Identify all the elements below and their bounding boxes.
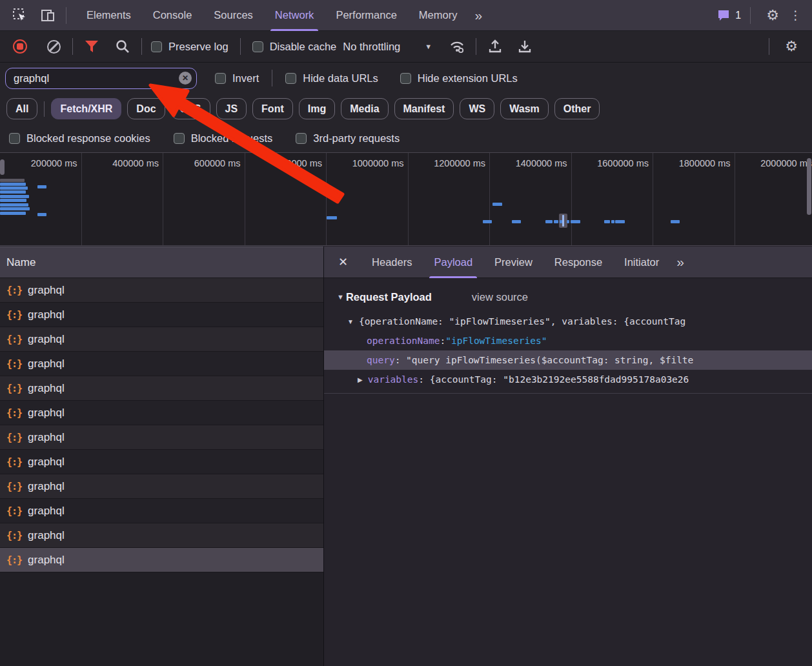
name-column-header[interactable]: Name	[0, 247, 323, 278]
kebab-menu-icon[interactable]: ⋮	[786, 8, 812, 23]
resource-chip-js[interactable]: JS	[216, 98, 247, 119]
network-conditions-icon[interactable]	[447, 37, 467, 56]
resource-chip-font[interactable]: Font	[252, 98, 293, 119]
disable-cache-label: Disable cache	[270, 41, 337, 53]
filter-input[interactable]	[6, 72, 196, 85]
settings-gear-icon[interactable]: ⚙	[760, 7, 786, 24]
clear-network-log-button[interactable]	[44, 37, 63, 56]
timeline-request-bar	[37, 213, 46, 216]
request-row[interactable]: {:}graphql	[0, 450, 323, 474]
expanded-triangle-icon[interactable]: ▼	[347, 318, 354, 325]
payload-line[interactable]: ▼{operationName: "ipFlowTimeseries", var…	[324, 312, 812, 331]
payload-line[interactable]: query: "query ipFlowTimeseries($accountT…	[324, 350, 812, 370]
hide-data-urls-label: Hide data URLs	[303, 72, 378, 85]
request-row[interactable]: {:}graphql	[0, 376, 323, 401]
request-row[interactable]: {:}graphql	[0, 474, 323, 499]
request-row[interactable]: {:}graphql	[0, 278, 323, 303]
details-tab-preview[interactable]: Preview	[483, 247, 543, 278]
checkbox[interactable]	[174, 133, 185, 144]
view-source-link[interactable]: view source	[472, 291, 528, 303]
divider	[750, 7, 751, 24]
request-row[interactable]: {:}graphql	[0, 303, 323, 327]
timeline-marker-tick	[562, 215, 564, 227]
filter-funnel-icon[interactable]	[82, 37, 101, 56]
timeline-column: 1800000 ms	[653, 153, 735, 246]
request-name: graphql	[28, 480, 65, 493]
tab-elements[interactable]: Elements	[76, 0, 142, 31]
preserve-log-label: Preserve log	[168, 41, 228, 53]
timeline-column: 1400000 ms	[490, 153, 572, 246]
payload-segment: "ipFlowTimeseries"	[445, 336, 547, 346]
tab-memory[interactable]: Memory	[408, 0, 469, 31]
network-overview-timeline[interactable]: 200000 ms400000 ms600000 ms800000 ms1000…	[0, 152, 812, 246]
resource-chip-manifest[interactable]: Manifest	[394, 98, 454, 119]
resource-chip-doc[interactable]: Doc	[127, 98, 165, 119]
resource-chip-fetchxhr[interactable]: Fetch/XHR	[51, 98, 121, 119]
resource-chip-media[interactable]: Media	[341, 98, 388, 119]
disable-cache-checkbox[interactable]	[252, 41, 263, 52]
record-network-log-button[interactable]	[10, 37, 30, 56]
details-tab-payload[interactable]: Payload	[423, 247, 483, 278]
network-bottom-split: Name {:}graphql{:}graphql{:}graphql{:}gr…	[0, 247, 812, 666]
payload-line[interactable]: operationName: "ipFlowTimeseries"	[324, 331, 812, 350]
resource-chip-img[interactable]: Img	[299, 98, 335, 119]
timeline-request-bar	[483, 220, 492, 223]
timeline-scroll-thumb-right[interactable]	[807, 158, 811, 215]
preserve-log-checkbox[interactable]	[151, 41, 162, 52]
resource-chip-all[interactable]: All	[6, 98, 37, 119]
hide-data-urls-checkbox[interactable]	[285, 73, 296, 84]
resource-chip-other[interactable]: Other	[554, 98, 600, 119]
export-har-icon[interactable]	[515, 37, 534, 56]
close-details-icon[interactable]: ✕	[324, 255, 361, 269]
resource-chip-wasm[interactable]: Wasm	[500, 98, 549, 119]
issues-button[interactable]: 1	[716, 8, 741, 23]
tab-console[interactable]: Console	[142, 0, 203, 31]
more-tabs-icon[interactable]: »	[468, 8, 487, 23]
payload-line[interactable]: ▶variables: {accountTag: "b12e3b2192ee55…	[324, 370, 812, 389]
timeline-tick-label: 1400000 ms	[516, 158, 567, 168]
inspect-element-icon[interactable]	[12, 7, 28, 24]
fetch-xhr-icon: {:}	[6, 285, 22, 296]
tab-sources[interactable]: Sources	[203, 0, 264, 31]
fetch-xhr-icon: {:}	[6, 407, 22, 419]
request-row[interactable]: {:}graphql	[0, 548, 323, 572]
search-icon[interactable]	[113, 37, 132, 56]
timeline-tick-label: 400000 ms	[112, 158, 159, 168]
import-har-icon[interactable]	[485, 37, 505, 56]
divider	[141, 38, 142, 55]
fetch-xhr-icon: {:}	[6, 309, 22, 321]
request-name: graphql	[28, 358, 65, 370]
tab-network[interactable]: Network	[264, 0, 325, 31]
request-name: graphql	[28, 407, 65, 419]
collapse-triangle-icon[interactable]: ▼	[337, 293, 344, 301]
request-row[interactable]: {:}graphql	[0, 327, 323, 352]
hide-extension-urls-checkbox[interactable]	[400, 73, 411, 84]
more-details-tabs-icon[interactable]: »	[670, 254, 689, 270]
network-settings-gear-icon[interactable]: ⚙	[778, 38, 804, 55]
timeline-tick-label: 1000000 ms	[352, 158, 404, 168]
resource-chip-ws[interactable]: WS	[460, 98, 494, 119]
device-toolbar-icon[interactable]	[40, 7, 57, 24]
request-row[interactable]: {:}graphql	[0, 499, 323, 523]
tab-performance[interactable]: Performance	[325, 0, 407, 31]
timeline-tick-label: 1200000 ms	[434, 158, 485, 168]
details-tab-response[interactable]: Response	[543, 247, 613, 278]
request-row[interactable]: {:}graphql	[0, 352, 323, 376]
details-tab-initiator[interactable]: Initiator	[613, 247, 670, 278]
request-row[interactable]: {:}graphql	[0, 401, 323, 425]
timeline-request-bar	[0, 207, 30, 210]
fetch-xhr-icon: {:}	[6, 505, 22, 517]
resource-chip-css[interactable]: CSS	[171, 98, 210, 119]
throttling-select[interactable]: No throttling ▼	[343, 41, 432, 53]
clear-filter-icon[interactable]: ✕	[179, 72, 192, 85]
checkbox[interactable]	[9, 133, 20, 144]
request-row[interactable]: {:}graphql	[0, 425, 323, 450]
timeline-request-bar	[0, 183, 26, 186]
checkbox[interactable]	[296, 133, 307, 144]
filter-input-wrap: ✕	[5, 68, 197, 89]
collapsed-triangle-icon[interactable]: ▶	[358, 376, 363, 383]
invert-checkbox[interactable]	[215, 73, 226, 84]
request-row[interactable]: {:}graphql	[0, 523, 323, 548]
details-tab-headers[interactable]: Headers	[361, 247, 423, 278]
timeline-scroll-thumb-left[interactable]	[0, 159, 5, 175]
